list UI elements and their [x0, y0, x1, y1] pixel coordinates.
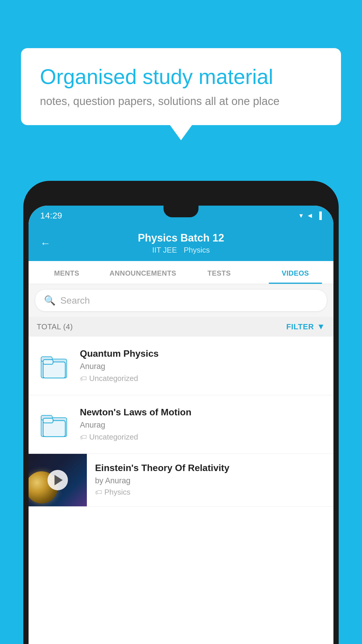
batch-subtitle: IIT JEE Physics [40, 246, 322, 255]
status-time: 14:29 [40, 211, 62, 220]
tab-videos[interactable]: VIDEOS [257, 261, 334, 284]
item-tag: 🏷 Uncategorized [80, 433, 325, 442]
play-icon [55, 475, 63, 485]
bubble-title: Organised study material [40, 64, 322, 89]
search-bar[interactable]: 🔍 Search [35, 289, 327, 312]
item-tag: 🏷 Physics [95, 488, 325, 497]
total-count: TOTAL (4) [37, 322, 73, 331]
filter-bar: TOTAL (4) FILTER ▼ [29, 317, 333, 337]
tag-label: Physics [104, 488, 131, 497]
tag-label: Uncategorized [89, 433, 138, 442]
tab-tests[interactable]: TESTS [181, 261, 257, 284]
video-thumbnail [29, 454, 87, 506]
phone-notch [164, 206, 198, 217]
svg-rect-3 [43, 360, 53, 364]
list-item[interactable]: Quantum Physics Anurag 🏷 Uncategorized [29, 337, 333, 395]
tag-label: Uncategorized [89, 374, 138, 383]
back-button[interactable]: ← [40, 237, 51, 249]
item-thumbnail [37, 407, 72, 442]
batch-title: Physics Batch 12 [40, 232, 322, 244]
tab-announcements[interactable]: ANNOUNCEMENTS [105, 261, 181, 284]
filter-button[interactable]: FILTER ▼ [286, 322, 325, 331]
list-item[interactable]: Einstein's Theory Of Relativity by Anura… [29, 454, 333, 507]
wifi-icon: ▾ [299, 211, 303, 220]
item-thumbnail [37, 348, 72, 383]
speech-bubble: Organised study material notes, question… [21, 48, 341, 125]
battery-icon: ▐ [317, 211, 322, 220]
item-title: Newton's Laws of Motion [80, 407, 325, 418]
tag-icon: 🏷 [80, 433, 87, 441]
svg-rect-7 [43, 418, 53, 423]
phone-screen: 14:29 ▾ ◄ ▐ ← Physics Batch 12 IIT JEE P… [29, 206, 333, 644]
tag-icon: 🏷 [95, 488, 102, 496]
tab-bar: MENTS ANNOUNCEMENTS TESTS VIDEOS [29, 261, 333, 284]
tab-ments[interactable]: MENTS [29, 261, 105, 284]
filter-label: FILTER [286, 322, 314, 331]
item-author: Anurag [80, 421, 325, 430]
item-info: Quantum Physics Anurag 🏷 Uncategorized [80, 348, 325, 383]
item-info: Einstein's Theory Of Relativity by Anura… [87, 454, 333, 505]
phone-frame: 14:29 ▾ ◄ ▐ ← Physics Batch 12 IIT JEE P… [23, 181, 339, 644]
item-info: Newton's Laws of Motion Anurag 🏷 Uncateg… [80, 407, 325, 442]
item-author: by Anurag [95, 476, 325, 485]
play-button[interactable] [48, 470, 68, 490]
item-title: Quantum Physics [80, 348, 325, 359]
list-item[interactable]: Newton's Laws of Motion Anurag 🏷 Uncateg… [29, 395, 333, 454]
item-title: Einstein's Theory Of Relativity [95, 463, 325, 473]
search-placeholder: Search [60, 295, 90, 306]
item-author: Anurag [80, 362, 325, 371]
item-tag: 🏷 Uncategorized [80, 374, 325, 383]
filter-icon: ▼ [317, 322, 325, 331]
status-icons: ▾ ◄ ▐ [299, 211, 322, 220]
search-container: 🔍 Search [29, 284, 333, 317]
folder-icon [40, 411, 69, 438]
tag-icon: 🏷 [80, 374, 87, 383]
signal-icon: ◄ [306, 211, 313, 220]
folder-icon [40, 353, 69, 379]
author-label: by Anurag [95, 476, 131, 485]
subtitle-physics: Physics [184, 246, 210, 254]
app-header: ← Physics Batch 12 IIT JEE Physics [29, 225, 333, 261]
subtitle-iit: IIT JEE [152, 246, 177, 254]
bubble-subtitle: notes, question papers, solutions all at… [40, 95, 322, 108]
search-icon: 🔍 [44, 295, 56, 306]
video-list: Quantum Physics Anurag 🏷 Uncategorized [29, 337, 333, 507]
